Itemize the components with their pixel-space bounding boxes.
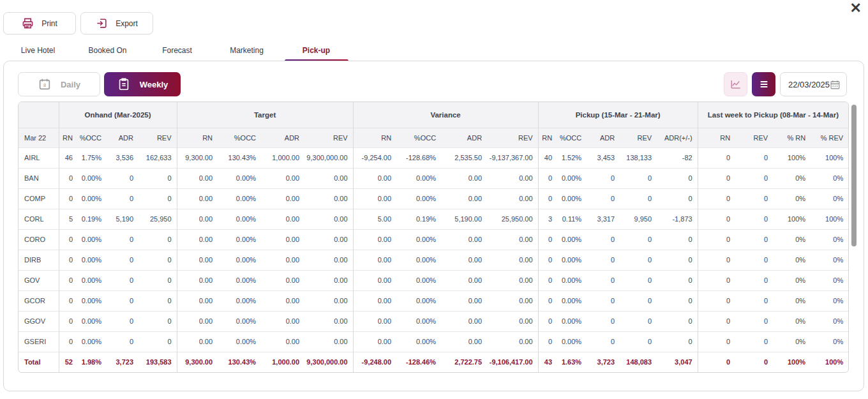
table-cell: 0 <box>657 331 698 352</box>
row-label: GGOV <box>19 311 59 331</box>
table-cell: 0% <box>773 331 811 352</box>
table-cell: 0.00 <box>441 229 487 250</box>
row-label: AIRL <box>19 147 59 168</box>
table-cell: 0.00% <box>78 270 107 290</box>
tab-label: Marketing <box>230 46 264 55</box>
table-cell: 0.00% <box>78 229 107 250</box>
table-cell: 0% <box>811 331 848 352</box>
table-cell: 0.00% <box>557 188 587 209</box>
table-cell: 3,453 <box>587 147 620 168</box>
close-icon[interactable]: ✕ <box>850 0 862 17</box>
table-cell: 3,047 <box>657 352 698 372</box>
table-cell: 130.43% <box>218 352 261 372</box>
table-cell: 0% <box>811 168 848 188</box>
table-cell: 0.00 <box>353 229 396 250</box>
column-header: ADR <box>261 128 304 147</box>
tab-pickup[interactable]: Pick-up <box>281 42 351 57</box>
pickup-report-page: ✕ Print Export Live Hotel Booked On Fore… <box>0 0 868 399</box>
table-cell: 0.00% <box>218 270 261 290</box>
table-cell: 9,950 <box>620 209 657 229</box>
table-cell: 0 <box>735 147 773 168</box>
table-cell: 0.00 <box>487 331 538 352</box>
daily-label: Daily <box>61 80 80 89</box>
tab-live-hotel[interactable]: Live Hotel <box>3 42 73 57</box>
total-row: Total521.98%3,723193,5839,300.00130.43%1… <box>19 352 848 372</box>
table-cell: 162,633 <box>138 147 177 168</box>
table-cell: 0.00% <box>78 311 107 331</box>
table-cell: 0 <box>107 168 138 188</box>
weekly-toggle-button[interactable]: Weekly <box>104 72 181 96</box>
table-cell: 5,190.00 <box>441 209 487 229</box>
table-cell: 0 <box>587 168 620 188</box>
row-label: Total <box>19 352 59 372</box>
table-row: GGOV00.00%000.000.00%0.000.000.000.00%0.… <box>19 311 848 331</box>
table-cell: 0.00% <box>218 229 261 250</box>
table-cell: 0 <box>620 331 657 352</box>
table-cell: 0 <box>698 250 735 270</box>
table-cell: 0.19% <box>78 209 107 229</box>
table-cell: 0% <box>811 270 848 290</box>
table-cell: 0.00% <box>218 168 261 188</box>
table-cell: 0 <box>735 188 773 209</box>
daily-toggle-button[interactable]: 8 Daily <box>18 72 100 96</box>
row-label: GSERI <box>19 331 59 352</box>
table-cell: 0.00 <box>353 270 396 290</box>
list-icon <box>759 79 769 89</box>
table-cell: 3,317 <box>587 209 620 229</box>
table-cell: 0 <box>698 229 735 250</box>
table-cell: 100% <box>773 352 811 372</box>
table-cell: 0.00% <box>78 331 107 352</box>
date-picker-input[interactable]: 22/03/2025 <box>780 72 847 96</box>
table-cell: 1,000.00 <box>261 147 304 168</box>
tab-marketing[interactable]: Marketing <box>212 42 281 57</box>
table-cell: 0.00 <box>353 331 396 352</box>
table-cell: 148,083 <box>620 352 657 372</box>
table-cell: 0 <box>698 290 735 311</box>
tab-booked-on[interactable]: Booked On <box>73 42 142 57</box>
table-cell: 25,950.00 <box>487 209 538 229</box>
table-cell: 9,300,000.00 <box>304 352 353 372</box>
table-cell: 0.00% <box>218 209 261 229</box>
table-cell: -128.68% <box>396 147 441 168</box>
table-cell: 100% <box>811 352 848 372</box>
table-cell: 0.00 <box>177 311 218 331</box>
table-cell: 3,723 <box>587 352 620 372</box>
table-cell: 0 <box>587 229 620 250</box>
table-cell: 0.00 <box>353 188 396 209</box>
table-cell: 0.00 <box>177 331 218 352</box>
table-cell: 0 <box>657 311 698 331</box>
table-cell: 0.00 <box>487 270 538 290</box>
table-cell: 3 <box>538 209 557 229</box>
table-cell: 0.00 <box>441 168 487 188</box>
tab-forecast[interactable]: Forecast <box>142 42 212 57</box>
table-view-button[interactable] <box>752 72 775 96</box>
date-row-header: Mar 22 <box>19 128 59 147</box>
table-cell: 0.00 <box>177 168 218 188</box>
table-cell: 0 <box>698 352 735 372</box>
table-cell: 0 <box>138 290 177 311</box>
row-label: BAN <box>19 168 59 188</box>
table-cell: 0.00 <box>353 311 396 331</box>
table-cell: 5 <box>59 209 78 229</box>
table-cell: 0.00% <box>396 188 441 209</box>
table-cell: 5,190 <box>107 209 138 229</box>
column-header: %OCC <box>78 128 107 147</box>
table-cell: 0% <box>811 188 848 209</box>
table-cell: 0.00 <box>304 229 353 250</box>
table-cell: 0.00 <box>487 311 538 331</box>
print-button[interactable]: Print <box>3 12 76 34</box>
table-cell: 43 <box>538 352 557 372</box>
table-cell: -1,873 <box>657 209 698 229</box>
table-cell: 0 <box>538 250 557 270</box>
table-cell: 0 <box>59 311 78 331</box>
table-cell: 0 <box>59 250 78 270</box>
table-cell: 0.00% <box>218 250 261 270</box>
column-header: RN <box>698 128 735 147</box>
table-cell: 0% <box>773 270 811 290</box>
column-group-header: Last week to Pickup (08-Mar - 14-Mar) <box>698 102 848 128</box>
export-button[interactable]: Export <box>80 12 153 34</box>
table-cell: 100% <box>773 209 811 229</box>
chart-view-button[interactable] <box>724 72 747 96</box>
vertical-scrollbar-thumb[interactable] <box>851 105 857 246</box>
table-row: CORO00.00%000.000.00%0.000.000.000.00%0.… <box>19 229 848 250</box>
